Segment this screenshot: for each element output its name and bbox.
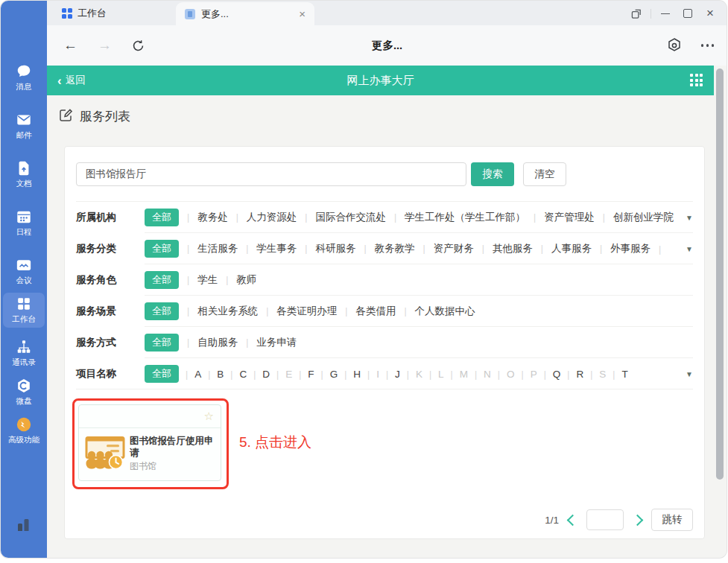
- tab-close-icon[interactable]: ×: [299, 8, 306, 19]
- filter-label: 服务方式: [76, 336, 145, 349]
- sidebar-item-meeting[interactable]: 会议: [3, 254, 45, 289]
- tab-bar: 工作台 更多... × ×: [47, 1, 727, 25]
- service-panel: 搜索 清空 所属机构全部教务处人力资源处国际合作交流处学生工作处（学生工作部）资…: [64, 146, 705, 539]
- main-area: 工作台 更多... × ×: [47, 1, 727, 558]
- search-button[interactable]: 搜索: [471, 162, 514, 186]
- filter-option[interactable]: N: [468, 369, 491, 380]
- filter-option[interactable]: F: [292, 369, 314, 380]
- more-menu-icon[interactable]: [701, 44, 715, 47]
- clear-button[interactable]: 清空: [523, 162, 566, 186]
- minimize-icon[interactable]: [654, 4, 677, 22]
- close-icon[interactable]: ×: [699, 4, 721, 22]
- app-title: 网上办事大厅: [47, 66, 714, 95]
- filter-option[interactable]: 其他服务: [474, 242, 533, 255]
- tab-workbench[interactable]: 工作台: [53, 1, 172, 25]
- filter-all-badge[interactable]: 全部: [145, 334, 179, 352]
- filter-option[interactable]: 生活服务: [179, 242, 238, 255]
- sidebar-item-mail[interactable]: 邮件: [3, 109, 45, 144]
- apps-grid-icon[interactable]: [690, 74, 703, 87]
- page-title-text: 服务列表: [80, 108, 130, 125]
- app-stats-icon[interactable]: [15, 516, 33, 534]
- filter-option[interactable]: R: [560, 369, 583, 380]
- expand-arrow-icon[interactable]: ▼: [686, 370, 693, 378]
- filter-option[interactable]: L: [422, 369, 444, 380]
- card-body: 图书馆报告厅使用申请 图书馆: [79, 428, 221, 480]
- jump-button[interactable]: 跳转: [651, 509, 693, 531]
- filter-option[interactable]: A: [179, 369, 201, 380]
- filter-option[interactable]: 国际合作交流处: [297, 211, 386, 224]
- scrollbar-thumb[interactable]: [716, 69, 724, 480]
- filter-option[interactable]: 人事服务: [533, 242, 592, 255]
- filter-option[interactable]: T: [606, 369, 627, 380]
- sidebar-item-workbench[interactable]: 工作台: [3, 293, 45, 328]
- service-card[interactable]: ☆: [78, 404, 221, 481]
- filter-option[interactable]: S: [583, 369, 606, 380]
- sidebar-item-drive[interactable]: 微盘: [3, 375, 45, 410]
- filter-option[interactable]: P: [515, 369, 537, 380]
- sidebar-item-docs[interactable]: 文档: [3, 157, 45, 192]
- filter-option[interactable]: 科研服务: [297, 242, 355, 255]
- filter-option[interactable]: 学生事务: [238, 242, 297, 255]
- filter-option[interactable]: Q: [537, 369, 561, 380]
- sidebar-item-advanced[interactable]: 高级功能: [3, 413, 45, 448]
- settings-icon[interactable]: [666, 37, 683, 54]
- filter-all-badge[interactable]: 全部: [145, 302, 179, 320]
- filter-option[interactable]: J: [379, 369, 400, 380]
- page-number-input[interactable]: [586, 509, 624, 530]
- next-page-icon[interactable]: [632, 514, 644, 526]
- filter-option[interactable]: E: [270, 369, 292, 380]
- filter-option[interactable]: 业务申请: [238, 336, 297, 349]
- sidebar: 消息邮件文档日程会议工作台通讯录微盘高级功能: [1, 1, 47, 558]
- filter-all-badge[interactable]: 全部: [145, 271, 179, 289]
- filter-option[interactable]: 资产财务: [415, 242, 474, 255]
- browser-toolbar: ← → 更多...: [47, 25, 727, 66]
- filter-option[interactable]: 各类借用: [337, 305, 396, 318]
- page-window-title: 更多...: [47, 25, 727, 66]
- prev-page-icon[interactable]: [567, 514, 579, 526]
- expand-arrow-icon[interactable]: ▼: [686, 214, 693, 222]
- filter-option[interactable]: 外事服务: [592, 242, 651, 255]
- filter-option[interactable]: 教务处: [179, 211, 228, 224]
- sidebar-item-chat[interactable]: 消息: [3, 60, 45, 95]
- filter-option[interactable]: 资产管理处: [525, 211, 595, 224]
- filter-option[interactable]: 个人数据中心: [396, 305, 475, 318]
- popout-window-icon[interactable]: [625, 4, 648, 22]
- search-input[interactable]: [76, 162, 466, 186]
- page-title: 服务列表: [59, 108, 130, 125]
- filter-label: 项目名称: [76, 367, 145, 381]
- expand-arrow-icon[interactable]: ▼: [686, 245, 693, 253]
- filter-option[interactable]: H: [338, 369, 361, 380]
- filter-all-badge[interactable]: 全部: [145, 209, 179, 226]
- filter-option[interactable]: 学生: [179, 273, 218, 287]
- filter-option[interactable]: C: [224, 369, 247, 380]
- filter-all-badge[interactable]: 全部: [145, 365, 179, 383]
- filter-option[interactable]: 相关业务系统: [179, 305, 258, 318]
- filter-all-badge[interactable]: 全部: [145, 240, 179, 258]
- sidebar-item-contacts[interactable]: 通讯录: [3, 336, 45, 371]
- filter-option[interactable]: 学生工作处（学生工作部）: [386, 211, 525, 224]
- favorite-star-icon[interactable]: ☆: [204, 410, 214, 423]
- sidebar-item-label: 文档: [16, 179, 32, 189]
- filter-option[interactable]: 各类证明办理: [258, 305, 337, 318]
- sidebar-item-calendar[interactable]: 日程: [3, 206, 45, 241]
- filter-option[interactable]: B: [201, 369, 224, 380]
- filter-option[interactable]: 人力资源处: [228, 211, 297, 224]
- filter-option[interactable]: 自助服务: [179, 336, 238, 349]
- filter-option[interactable]: O: [491, 369, 515, 380]
- tab-more[interactable]: 更多... ×: [176, 2, 314, 25]
- filter-option[interactable]: D: [247, 369, 270, 380]
- filter-option[interactable]: 教务教学: [355, 242, 414, 255]
- filter-option[interactable]: 创新创业学院: [595, 211, 674, 224]
- filter-options: 自助服务业务申请: [179, 336, 693, 349]
- maximize-icon[interactable]: [677, 4, 699, 22]
- contacts-icon: [16, 339, 32, 355]
- filter-row-name: 项目名称全部ABCDEFGHIJKLMNOPQRST▼: [65, 358, 704, 389]
- filter-option[interactable]: G: [314, 369, 338, 380]
- filter-option[interactable]: K: [400, 369, 422, 380]
- filter-options: ABCDEFGHIJKLMNOPQRST: [179, 369, 693, 380]
- filter-option[interactable]: M: [444, 369, 468, 380]
- filter-option[interactable]: I: [361, 369, 379, 380]
- app-window: 消息邮件文档日程会议工作台通讯录微盘高级功能 工作台 更多... ×: [1, 1, 727, 558]
- filter-option[interactable]: 教师: [218, 273, 256, 287]
- docs-icon: [16, 160, 32, 176]
